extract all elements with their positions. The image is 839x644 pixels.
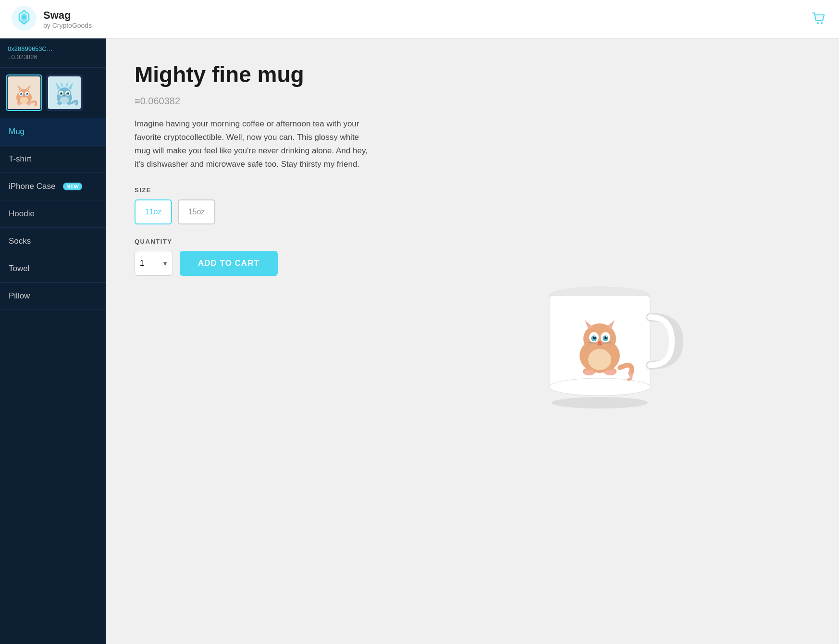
product-description: Imagine having your morning coffee or af… [135,117,375,171]
brand-subtitle: by CryptoGoods [43,22,92,29]
sidebar-item-mug[interactable]: Mug [0,118,106,146]
svg-point-2 [817,22,819,24]
svg-point-16 [27,93,28,94]
size-label: SIZE [135,186,375,194]
size-15oz[interactable]: 15oz [178,199,215,224]
sidebar-item-iphone-case[interactable]: iPhone Case NEW [0,173,106,200]
sidebar-item-towel[interactable]: Towel [0,255,106,283]
svg-point-36 [63,95,65,97]
sidebar-item-tshirt[interactable]: T-shirt [0,146,106,173]
svg-point-67 [584,370,594,375]
content: Mighty fine mug ≡0.060382 Imagine having… [106,38,839,644]
header: Swag by CryptoGoods [0,0,839,38]
svg-point-39 [67,102,72,105]
svg-point-43 [549,378,650,396]
svg-point-13 [20,93,23,96]
svg-point-64 [588,349,611,370]
svg-point-44 [552,397,648,409]
nav-tshirt-label: T-shirt [9,154,31,164]
sidebar-item-hoodie[interactable]: Hoodie [0,200,106,228]
wallet-address: 0x28899653C… [8,45,98,52]
mug-image [516,255,698,428]
size-11oz[interactable]: 11oz [135,199,172,224]
svg-point-34 [61,93,62,94]
svg-point-59 [598,341,602,344]
brand-text: Swag by CryptoGoods [43,9,92,29]
avatar-row [0,68,106,118]
sidebar-item-socks[interactable]: Socks [0,228,106,255]
svg-point-35 [68,93,69,94]
brand-section: Swag by CryptoGoods [12,6,92,33]
svg-point-38 [57,102,62,105]
nav-socks-label: Socks [9,236,31,246]
wallet-balance: ≡0.023826 [8,53,98,61]
quantity-row: 1 2 3 4 5 ▼ ADD TO CART [135,251,375,276]
quantity-stepper[interactable]: 1 2 3 4 5 [135,251,173,276]
quantity-wrapper: 1 2 3 4 5 ▼ [135,251,173,276]
svg-point-1 [22,15,26,19]
add-to-cart-button[interactable]: ADD TO CART [180,251,278,276]
nav-hoodie-label: Hoodie [9,209,35,219]
product-image-area [404,62,810,620]
avatar-2[interactable] [46,74,83,111]
nav-pillow-label: Pillow [9,291,30,301]
svg-point-57 [594,336,595,337]
nav-mug-label: Mug [9,127,25,136]
brand-name: Swag [43,9,92,22]
svg-point-21 [17,103,21,105]
product-title: Mighty fine mug [135,62,375,87]
sidebar-item-pillow[interactable]: Pillow [0,283,106,310]
wallet-info: 0x28899653C… ≡0.023826 [0,38,106,68]
avatar-1[interactable] [6,74,42,111]
svg-point-14 [26,93,28,96]
cart-icon[interactable] [810,10,827,29]
sidebar: 0x28899653C… ≡0.023826 [0,38,106,644]
product-price: ≡0.060382 [135,96,375,107]
svg-point-3 [821,22,823,24]
svg-point-15 [21,93,22,94]
size-options: 11oz 15oz [135,199,375,224]
product-details: Mighty fine mug ≡0.060382 Imagine having… [135,62,375,620]
new-badge: NEW [63,183,82,190]
svg-point-22 [27,103,31,105]
svg-point-58 [606,336,607,337]
svg-point-68 [605,370,616,375]
main-layout: 0x28899653C… ≡0.023826 [0,38,839,644]
nav-iphone-label: iPhone Case [9,182,55,191]
nav-items: Mug T-shirt iPhone Case NEW Hoodie Socks… [0,118,106,644]
quantity-label: QUANTITY [135,238,375,245]
nav-towel-label: Towel [9,264,29,273]
logo-icon [12,6,37,33]
